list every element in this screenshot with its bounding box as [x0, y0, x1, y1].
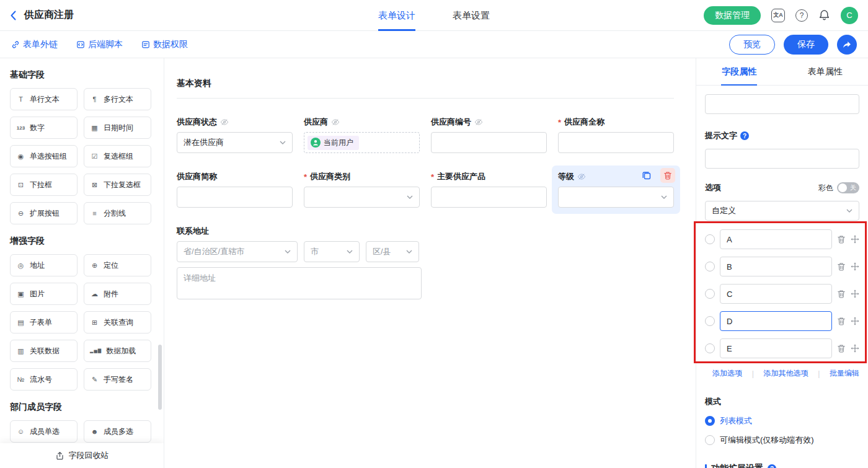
sidebar-scrollbar[interactable] — [158, 345, 162, 410]
option-delete-icon[interactable] — [837, 289, 846, 298]
field-supplier[interactable]: 供应商 当前用户 — [304, 117, 420, 153]
supplier-short-name-input[interactable] — [177, 187, 293, 208]
option-move-icon[interactable] — [851, 262, 859, 271]
field-member-multi[interactable]: ☻成员多选 — [84, 420, 151, 443]
supplier-default-value[interactable]: 当前用户 — [304, 132, 420, 153]
field-checkbox-group[interactable]: ☑复选框组 — [84, 145, 151, 167]
field-datetime[interactable]: ▦日期时间 — [84, 117, 151, 139]
add-option-link[interactable]: 添加选项 — [712, 368, 742, 379]
address-detail-textarea[interactable] — [177, 267, 422, 299]
option-input-e[interactable] — [720, 338, 832, 358]
preview-button[interactable]: 预览 — [729, 35, 775, 55]
district-select[interactable]: 区/县 — [366, 241, 419, 262]
field-signature[interactable]: ✎手写签名 — [84, 368, 151, 391]
field-supplier-full-name[interactable]: *供应商全称 — [558, 117, 674, 153]
field-dropdown[interactable]: ⊡下拉框 — [10, 174, 78, 196]
radio-group-icon: ◉ — [16, 152, 25, 161]
data-manage-button[interactable]: 数据管理 — [704, 6, 761, 25]
option-input-c[interactable] — [720, 284, 832, 304]
field-subform[interactable]: ▤子表单 — [10, 311, 78, 333]
grade-select[interactable] — [558, 187, 674, 208]
save-button[interactable]: 保存 — [784, 35, 828, 55]
supplier-category-select[interactable] — [304, 187, 420, 208]
data-permission-link[interactable]: 数据权限 — [141, 39, 188, 50]
field-divider[interactable]: ≡分割线 — [84, 202, 151, 224]
back-icon[interactable] — [10, 11, 17, 20]
field-image[interactable]: ▣图片 — [10, 283, 78, 305]
field-extend-button[interactable]: ⊖扩展按钮 — [10, 202, 78, 224]
option-radio[interactable] — [705, 316, 715, 326]
hint-help-icon[interactable]: ? — [740, 131, 749, 140]
field-serial-number[interactable]: №流水号 — [10, 368, 78, 391]
option-delete-icon[interactable] — [837, 344, 846, 353]
add-other-option-link[interactable]: 添加其他选项 — [764, 368, 808, 379]
field-linked-data[interactable]: ▥关联数据 — [10, 340, 78, 362]
tab-form-properties[interactable]: 表单属性 — [782, 58, 868, 85]
supplier-code-input[interactable] — [431, 132, 547, 153]
delete-field-button[interactable] — [660, 168, 675, 183]
option-radio[interactable] — [705, 289, 715, 299]
mode-editable-row[interactable]: 可编辑模式(仅移动端有效) — [705, 435, 859, 446]
option-input-b[interactable] — [720, 257, 832, 276]
mode-editable-radio[interactable] — [705, 435, 715, 445]
province-select[interactable]: 省/自治区/直辖市 — [177, 241, 298, 262]
mode-list-row[interactable]: 列表模式 — [705, 415, 859, 426]
field-data-load[interactable]: ▂▅▇数据加载 — [84, 340, 151, 362]
option-source-select[interactable]: 自定义 — [705, 201, 859, 221]
field-grade-selected[interactable]: 等级 — [558, 172, 674, 208]
field-title-input[interactable] — [705, 94, 859, 114]
help-icon[interactable]: ? — [795, 9, 808, 22]
tab-field-properties[interactable]: 字段属性 — [696, 58, 782, 85]
share-button[interactable] — [837, 35, 857, 55]
field-supplier-short-name[interactable]: 供应商简称 — [177, 172, 293, 208]
field-member-single[interactable]: ☺成员单选 — [10, 420, 78, 443]
supplier-full-name-input[interactable] — [558, 132, 674, 153]
color-toggle-off[interactable]: 关 — [837, 182, 859, 193]
option-input-a[interactable] — [720, 229, 832, 249]
option-delete-icon[interactable] — [837, 262, 846, 271]
field-supplier-category[interactable]: *供应商类别 — [304, 172, 420, 208]
field-location[interactable]: ⊕定位 — [84, 254, 151, 276]
main-products-input[interactable] — [431, 187, 547, 208]
field-address[interactable]: ◎地址 — [10, 254, 78, 276]
option-delete-icon[interactable] — [837, 235, 846, 244]
form-canvas[interactable]: 基本资料 供应商状态 潜在供应商 供应商 — [164, 58, 696, 468]
translate-icon[interactable]: 文A — [771, 9, 785, 22]
field-supplier-code[interactable]: 供应商编号 — [431, 117, 547, 153]
batch-edit-link[interactable]: 批量编辑 — [830, 368, 859, 379]
avatar[interactable]: C — [841, 7, 858, 24]
hint-text-input[interactable] — [705, 149, 859, 169]
option-radio[interactable] — [705, 262, 715, 272]
field-single-line-text[interactable]: T单行文本 — [10, 88, 78, 110]
supplier-status-select[interactable]: 潜在供应商 — [177, 132, 293, 153]
field-recycle-bin[interactable]: 字段回收站 — [0, 443, 164, 468]
option-move-icon[interactable] — [851, 235, 859, 244]
field-attachment[interactable]: ☁附件 — [84, 283, 151, 305]
current-user-tag[interactable]: 当前用户 — [308, 136, 359, 150]
backend-script-link[interactable]: 后端脚本 — [76, 39, 123, 50]
field-main-products[interactable]: *主要供应产品 — [431, 172, 547, 208]
copy-field-button[interactable] — [639, 168, 654, 183]
option-input-d[interactable] — [720, 311, 832, 331]
field-supplier-status[interactable]: 供应商状态 潜在供应商 — [177, 117, 293, 153]
tab-form-design[interactable]: 表单设计 — [378, 0, 415, 31]
field-radio-group[interactable]: ◉单选按钮组 — [10, 145, 78, 167]
option-move-icon[interactable] — [851, 317, 859, 325]
option-move-icon[interactable] — [851, 289, 859, 298]
form-external-link[interactable]: 表单外链 — [11, 39, 58, 50]
current-user-label: 当前用户 — [324, 138, 353, 148]
extension-help-icon[interactable]: ? — [768, 464, 776, 468]
tab-form-settings[interactable]: 表单设置 — [453, 0, 490, 31]
option-radio[interactable] — [705, 343, 715, 353]
field-dropdown-multi[interactable]: ⊠下拉复选框 — [84, 174, 151, 196]
option-radio[interactable] — [705, 234, 715, 244]
notification-bell-icon[interactable] — [818, 9, 830, 21]
field-multi-line-text[interactable]: ¶多行文本 — [84, 88, 151, 110]
field-linked-query[interactable]: ⊞关联查询 — [84, 311, 151, 333]
option-delete-icon[interactable] — [837, 317, 846, 325]
field-contact-address[interactable]: 联系地址 省/自治区/直辖市 市 区/县 — [177, 226, 437, 302]
city-select[interactable]: 市 — [304, 241, 360, 262]
mode-list-radio-selected[interactable] — [705, 416, 715, 426]
field-number[interactable]: 123数字 — [10, 117, 78, 139]
option-move-icon[interactable] — [851, 344, 859, 353]
